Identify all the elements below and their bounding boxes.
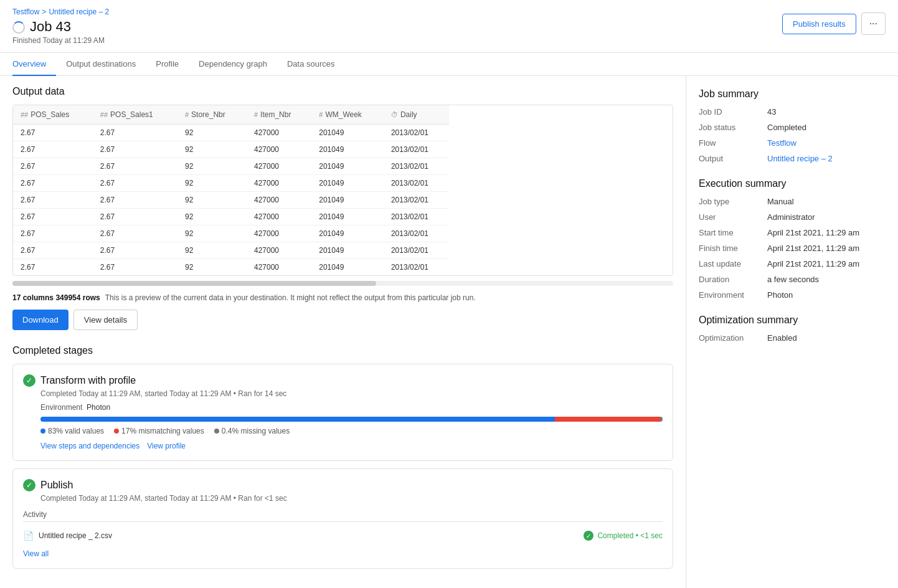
table-cell: 2.67 bbox=[93, 141, 177, 158]
table-cell: 2013/02/01 bbox=[384, 242, 449, 259]
progress-valid bbox=[40, 417, 555, 422]
table-cell: 201049 bbox=[311, 225, 384, 242]
table-scrollbar[interactable] bbox=[12, 281, 673, 286]
optimization-info-row: OptimizationEnabled bbox=[699, 333, 886, 343]
table-cell: 92 bbox=[177, 175, 247, 192]
table-cell: 2.67 bbox=[93, 259, 177, 276]
table-row: 2.672.67924270002010492013/02/01 bbox=[13, 242, 449, 259]
table-row: 2.672.67924270002010492013/02/01 bbox=[13, 209, 449, 225]
exec-value: Photon bbox=[767, 290, 793, 300]
table-cell: 2.67 bbox=[13, 259, 93, 276]
table-cell: 2013/02/01 bbox=[384, 158, 449, 175]
stage-transform-env: Environment Photon bbox=[40, 403, 663, 412]
exec-value: Manual bbox=[767, 197, 794, 206]
output-value[interactable]: Untitled recipe – 2 bbox=[767, 154, 833, 163]
stage-publish: ✓ Publish Completed Today at 11:29 AM, s… bbox=[12, 468, 673, 569]
download-button[interactable]: Download bbox=[12, 310, 69, 330]
table-cell: 92 bbox=[177, 225, 247, 242]
tab-output-destinations[interactable]: Output destinations bbox=[56, 53, 146, 76]
stage-publish-name: Publish bbox=[40, 480, 73, 491]
table-cell: 201049 bbox=[311, 175, 384, 192]
table-cell: 2013/02/01 bbox=[384, 225, 449, 242]
table-row: 2.672.67924270002010492013/02/01 bbox=[13, 175, 449, 192]
table-cell: 201049 bbox=[311, 141, 384, 158]
col-pos-sales1: ##POS_Sales1 bbox=[93, 105, 177, 125]
table-cell: 201049 bbox=[311, 158, 384, 175]
table-cell: 2.67 bbox=[93, 192, 177, 209]
execution-info-row: Finish timeApril 21st 2021, 11:29 am bbox=[699, 244, 886, 253]
publish-results-button[interactable]: Publish results bbox=[782, 14, 856, 34]
table-cell: 2.67 bbox=[93, 209, 177, 225]
view-steps-dependencies-link[interactable]: View steps and dependencies bbox=[40, 442, 139, 450]
breadcrumb-flow[interactable]: Testflow bbox=[12, 7, 39, 16]
output-data-title: Output data bbox=[12, 86, 673, 97]
table-cell: 427000 bbox=[247, 192, 311, 209]
activity-filename: Untitled recipe _ 2.csv bbox=[39, 531, 112, 540]
main-layout: Output data ##POS_Sales ##POS_Sales1 #St… bbox=[0, 76, 898, 588]
view-profile-link[interactable]: View profile bbox=[147, 442, 186, 450]
table-cell: 2013/02/01 bbox=[384, 125, 449, 141]
job-id-label: Job ID bbox=[699, 107, 767, 116]
data-table: ##POS_Sales ##POS_Sales1 #Store_Nbr #Ite… bbox=[13, 105, 449, 275]
table-row: 2.672.67924270002010492013/02/01 bbox=[13, 192, 449, 209]
exec-value: April 21st 2021, 11:29 am bbox=[767, 259, 859, 268]
tab-data-sources[interactable]: Data sources bbox=[277, 53, 345, 76]
tab-dependency-graph[interactable]: Dependency graph bbox=[189, 53, 277, 76]
row-info: 17 columns 349954 rows This is a preview… bbox=[12, 293, 673, 302]
stage-publish-check: ✓ bbox=[23, 479, 35, 491]
col-item-nbr: #Item_Nbr bbox=[247, 105, 311, 125]
completed-stages-section: Completed stages ✓ Transform with profil… bbox=[12, 345, 673, 569]
tabs-bar: Overview Output destinations Profile Dep… bbox=[0, 53, 898, 76]
table-cell: 2.67 bbox=[93, 125, 177, 141]
output-data-section: Output data ##POS_Sales ##POS_Sales1 #St… bbox=[12, 86, 673, 330]
execution-info-row: Job typeManual bbox=[699, 197, 886, 206]
table-cell: 2.67 bbox=[93, 242, 177, 259]
exec-label: Start time bbox=[699, 228, 767, 237]
flow-value[interactable]: Testflow bbox=[767, 138, 796, 148]
stage-transform-stats: 83% valid values 17% mismatching values … bbox=[40, 427, 663, 435]
breadcrumb-recipe[interactable]: Untitled recipe – 2 bbox=[49, 7, 109, 16]
table-cell: 201049 bbox=[311, 259, 384, 276]
table-cell: 2.67 bbox=[13, 192, 93, 209]
optimization-summary-section: Optimization summary OptimizationEnabled bbox=[699, 315, 886, 343]
view-details-button[interactable]: View details bbox=[73, 310, 138, 330]
progress-missing bbox=[660, 417, 663, 422]
activity-file: 📄 Untitled recipe _ 2.csv bbox=[23, 531, 112, 541]
table-cell: 427000 bbox=[247, 259, 311, 276]
stage-transform-links: View steps and dependencies View profile bbox=[40, 442, 663, 450]
exec-label: Last update bbox=[699, 259, 767, 268]
table-cell: 92 bbox=[177, 209, 247, 225]
opt-label: Optimization bbox=[699, 333, 767, 343]
stage-transform-header: ✓ Transform with profile bbox=[23, 374, 663, 387]
tab-overview[interactable]: Overview bbox=[12, 53, 56, 76]
table-cell: 427000 bbox=[247, 141, 311, 158]
column-row-count: 17 columns 349954 rows bbox=[12, 293, 100, 302]
stat-valid-label: 83% valid values bbox=[48, 427, 104, 435]
activity-section: Activity 📄 Untitled recipe _ 2.csv ✓ Com… bbox=[23, 510, 663, 544]
activity-row: 📄 Untitled recipe _ 2.csv ✓ Completed • … bbox=[23, 527, 663, 544]
execution-summary-section: Execution summary Job typeManualUserAdmi… bbox=[699, 178, 886, 300]
exec-label: Job type bbox=[699, 197, 767, 206]
exec-label: Environment bbox=[699, 290, 767, 300]
table-cell: 2.67 bbox=[13, 141, 93, 158]
tab-profile[interactable]: Profile bbox=[146, 53, 189, 76]
execution-summary-title: Execution summary bbox=[699, 178, 886, 189]
job-title: Job 43 bbox=[30, 19, 71, 35]
job-subtitle: Finished Today at 11:29 AM bbox=[12, 36, 109, 45]
output-label: Output bbox=[699, 154, 767, 163]
table-cell: 427000 bbox=[247, 209, 311, 225]
job-summary-section: Job summary Job ID 43 Job status Complet… bbox=[699, 88, 886, 163]
table-cell: 2013/02/01 bbox=[384, 141, 449, 158]
preview-note: This is a preview of the current data in… bbox=[105, 293, 476, 302]
more-options-button[interactable]: ··· bbox=[861, 12, 886, 35]
table-cell: 92 bbox=[177, 192, 247, 209]
table-cell: 2.67 bbox=[93, 225, 177, 242]
table-cell: 2.67 bbox=[13, 225, 93, 242]
stage-transform: ✓ Transform with profile Completed Today… bbox=[12, 364, 673, 461]
table-cell: 92 bbox=[177, 259, 247, 276]
optimization-summary-title: Optimization summary bbox=[699, 315, 886, 326]
table-cell: 427000 bbox=[247, 225, 311, 242]
table-cell: 2.67 bbox=[13, 175, 93, 192]
view-all-link[interactable]: View all bbox=[23, 549, 49, 558]
table-row: 2.672.67924270002010492013/02/01 bbox=[13, 158, 449, 175]
